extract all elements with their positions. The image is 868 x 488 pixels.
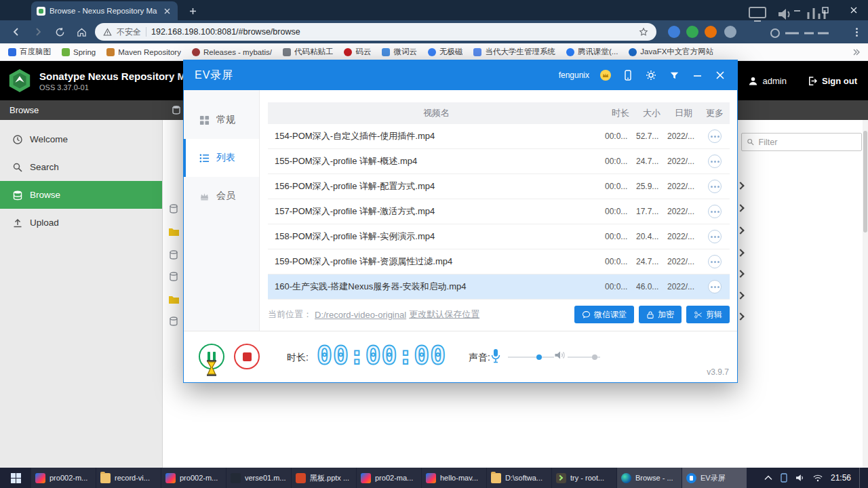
row-more-button[interactable]: [708, 280, 722, 293]
profile-avatar[interactable]: [724, 26, 736, 38]
tree-expand-icon[interactable]: [736, 249, 744, 256]
nav-item-list[interactable]: 列表: [184, 139, 259, 177]
video-row[interactable]: 155-POM深入-profile 详解-概述.mp4 00:0... 24.7…: [268, 149, 730, 174]
user-menu[interactable]: admin: [748, 76, 787, 86]
wechat-class-button[interactable]: 微信课堂: [574, 306, 634, 323]
microphone-icon[interactable]: [490, 348, 501, 366]
video-row[interactable]: 154-POM深入-自定义插件-使用插件.mp4 00:0... 52.7...…: [268, 124, 730, 149]
row-more-button[interactable]: [708, 129, 722, 143]
filter-input[interactable]: [759, 138, 856, 147]
clip-button[interactable]: 剪辑: [686, 306, 730, 323]
video-row-selected[interactable]: 160-生产实践-搭建Nexus服务器-安装和启动.mp4 00:0... 46…: [268, 274, 730, 300]
taskbar-item-ev[interactable]: EV录屏: [682, 468, 747, 488]
row-more-button[interactable]: [708, 180, 722, 193]
settings-gear-icon[interactable]: [645, 69, 657, 81]
sidebar-item-upload[interactable]: Upload: [0, 209, 162, 237]
bookmark-item[interactable]: Spring: [62, 48, 96, 56]
taskbar-item[interactable]: try - root...: [552, 468, 616, 488]
speaker-volume-knob[interactable]: [592, 354, 597, 360]
tree-expand-icon[interactable]: [736, 226, 744, 234]
tree-expand-icon[interactable]: [736, 270, 744, 277]
tree-expand-icon[interactable]: [736, 204, 744, 211]
bookmark-item[interactable]: 微词云: [382, 47, 417, 57]
forward-icon[interactable]: [28, 22, 47, 41]
sidebar-item-browse[interactable]: Browse: [0, 181, 162, 209]
ev-close-icon[interactable]: [714, 69, 726, 81]
ev-titlebar[interactable]: EV录屏 fengunix: [184, 60, 737, 90]
nav-item-member[interactable]: 会员: [184, 177, 259, 215]
tree-expand-icon[interactable]: [736, 291, 744, 299]
sidebar-item-search[interactable]: Search: [0, 153, 162, 181]
taskbar-item[interactable]: pro002-m...: [161, 468, 226, 488]
speaker-volume-slider[interactable]: [568, 357, 600, 358]
show-desktop-button[interactable]: [859, 468, 863, 488]
taskbar-item[interactable]: verse01.m...: [226, 468, 291, 488]
taskbar-item[interactable]: record-vi...: [96, 468, 161, 488]
bookmark-item[interactable]: 无极磁: [428, 47, 463, 57]
refresh-icon[interactable]: [50, 22, 69, 41]
row-more-button[interactable]: [708, 255, 722, 268]
taskbar-item[interactable]: 黑板.pptx ...: [292, 468, 356, 488]
location-path-link[interactable]: D:/record-video-original: [315, 310, 406, 320]
change-location-link[interactable]: 更改默认保存位置: [409, 308, 479, 321]
taskbar-item[interactable]: pro02-ma...: [357, 468, 421, 488]
browser-tab[interactable]: Browse - Nexus Repository Man: [31, 1, 178, 20]
tree-expand-icon[interactable]: [736, 182, 744, 189]
clock[interactable]: 21:56: [831, 473, 851, 483]
bookmark-item[interactable]: 腾讯课堂(...: [566, 47, 618, 57]
sign-out-button[interactable]: Sign out: [807, 76, 857, 86]
bookmarks-overflow-icon[interactable]: [852, 48, 860, 56]
speaker-icon[interactable]: [554, 350, 566, 363]
scrollbar[interactable]: [863, 120, 868, 468]
mobile-connect-icon[interactable]: [622, 69, 634, 81]
new-tab-button[interactable]: [186, 4, 199, 18]
taskbar-item[interactable]: hello-mav...: [422, 468, 486, 488]
sidebar-item-welcome[interactable]: Welcome: [0, 125, 162, 153]
row-more-button[interactable]: [708, 155, 722, 168]
bookmark-item[interactable]: JavaFX中文官方网站: [629, 47, 713, 57]
bookmark-item[interactable]: 代码粘贴工: [283, 47, 334, 57]
nav-item-general[interactable]: 常规: [184, 101, 259, 139]
video-row[interactable]: 156-POM深入-profile 详解-配置方式.mp4 00:0... 25…: [268, 174, 730, 199]
tray-network-icon[interactable]: [813, 474, 823, 482]
close-icon[interactable]: [840, 0, 868, 20]
scrollbar-thumb[interactable]: [863, 131, 867, 232]
bookmark-item[interactable]: 当代大学生管理系统: [473, 47, 555, 57]
maximize-icon[interactable]: [811, 0, 840, 20]
tray-volume-icon[interactable]: [795, 474, 805, 482]
home-icon[interactable]: [72, 22, 91, 41]
row-more-button[interactable]: [708, 230, 722, 243]
tray-expand-icon[interactable]: [764, 475, 772, 481]
taskbar-item[interactable]: pro002-m...: [31, 468, 96, 488]
video-row[interactable]: 157-POM深入-profile 详解-激活方式.mp4 00:0... 17…: [268, 199, 730, 224]
vip-badge-icon[interactable]: [600, 70, 611, 81]
stop-button[interactable]: [234, 344, 260, 369]
account-name[interactable]: fengunix: [559, 70, 589, 80]
encrypt-button[interactable]: 加密: [639, 306, 682, 323]
tray-phone-icon[interactable]: [781, 473, 787, 483]
browser-menu-icon[interactable]: [850, 26, 863, 38]
address-bar[interactable]: 不安全 192.168.198.100:8081/#browse/browse: [95, 23, 656, 41]
row-more-button[interactable]: [708, 205, 722, 218]
filter-funnel-icon[interactable]: [668, 69, 680, 81]
tab-close-icon[interactable]: [161, 5, 172, 16]
tree-expand-icon[interactable]: [736, 312, 744, 320]
pause-button[interactable]: [199, 344, 224, 369]
start-button[interactable]: [0, 468, 31, 488]
back-icon[interactable]: [7, 22, 26, 41]
bookmark-item[interactable]: 码云: [344, 47, 371, 57]
taskbar-item[interactable]: D:\softwa...: [487, 468, 551, 488]
bookmark-item[interactable]: Maven Repository: [106, 48, 181, 56]
minimize-icon[interactable]: [783, 0, 811, 20]
mic-volume-slider[interactable]: [508, 357, 554, 358]
bookmark-item[interactable]: Releases - mybatis/: [192, 48, 272, 56]
ev-minimize-icon[interactable]: [691, 69, 703, 81]
taskbar-item-browser[interactable]: Browse - ...: [617, 468, 682, 488]
extension-icon[interactable]: [686, 26, 698, 38]
video-row[interactable]: 158-POM深入-profile 详解-实例演示.mp4 00:0... 20…: [268, 224, 730, 249]
bookmark-item[interactable]: 百度脑图: [8, 47, 51, 57]
mic-volume-knob[interactable]: [536, 354, 542, 360]
extension-icon[interactable]: [705, 26, 717, 38]
bookmark-star-icon[interactable]: [639, 27, 648, 37]
extension-icon[interactable]: [668, 26, 680, 38]
